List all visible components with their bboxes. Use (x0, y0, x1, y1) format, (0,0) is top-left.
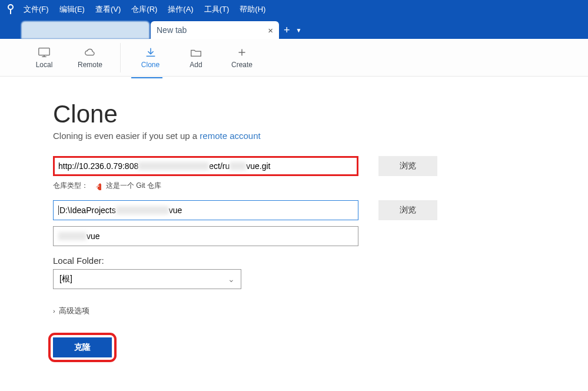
tool-label: Local (36, 61, 53, 69)
svg-rect-2 (39, 48, 49, 55)
tool-remote[interactable]: Remote (67, 43, 113, 72)
folder-icon (190, 47, 202, 58)
clone-button[interactable]: 克隆 (53, 337, 112, 357)
download-icon (144, 47, 157, 58)
destination-path-input[interactable]: D:\IdeaProjectsxxxxxxxxvue (53, 200, 358, 220)
tool-label: Clone (141, 61, 160, 69)
repo-type-row: 仓库类型： 这是一个 Git 仓库 (53, 181, 535, 191)
source-url-input[interactable]: http://10.236.0.79:808xxxxxxxxxxxxect/ru… (53, 156, 358, 176)
tool-label: Remote (78, 61, 102, 69)
toolbar: Local Remote Clone Add Create (0, 39, 588, 77)
tool-create[interactable]: Create (219, 43, 265, 72)
advanced-label: 高级选项 (59, 306, 89, 316)
svg-point-0 (8, 5, 13, 9)
menu-file[interactable]: 文件(F) (24, 4, 49, 15)
menu-help[interactable]: 帮助(H) (240, 4, 265, 15)
tab-active[interactable]: New tab × (151, 21, 279, 39)
titlebar: 文件(F) 编辑(E) 查看(V) 仓库(R) 操作(A) 工具(T) 帮助(H… (0, 0, 588, 19)
tool-clone[interactable]: Clone (120, 43, 173, 72)
clone-button-highlight: 克隆 (53, 337, 112, 357)
cloud-icon (84, 47, 97, 58)
page-subtitle: Cloning is even easier if you set up a r… (53, 131, 535, 141)
git-icon (93, 182, 101, 190)
svg-rect-1 (10, 9, 11, 14)
name-input[interactable]: xxxxvue (53, 226, 358, 246)
menu-view[interactable]: 查看(V) (95, 4, 121, 15)
select-value: [根] (59, 274, 72, 284)
tool-add[interactable]: Add (173, 43, 219, 72)
browse-dest-button[interactable]: 浏览 (378, 200, 437, 220)
content: Clone Cloning is even easier if you set … (0, 77, 588, 381)
advanced-options-toggle[interactable]: › 高级选项 (53, 306, 535, 316)
browse-source-button[interactable]: 浏览 (378, 156, 437, 176)
tab-inactive[interactable] (21, 21, 150, 39)
menu-bar: 文件(F) 编辑(E) 查看(V) 仓库(R) 操作(A) 工具(T) 帮助(H… (24, 4, 265, 15)
page-title: Clone (53, 100, 535, 128)
local-folder-select[interactable]: [根] ⌄ (53, 269, 241, 289)
tab-menu-caret-icon[interactable]: ▼ (296, 27, 302, 34)
plus-icon (235, 47, 248, 58)
repo-type-label: 仓库类型： (53, 181, 88, 191)
repo-type-text: 这是一个 Git 仓库 (106, 181, 161, 191)
new-tab-icon[interactable]: + (284, 24, 290, 37)
monitor-icon (38, 47, 51, 58)
menu-actions[interactable]: 操作(A) (168, 4, 193, 15)
close-icon[interactable]: × (268, 25, 273, 35)
menu-tools[interactable]: 工具(T) (204, 4, 230, 15)
tool-label: Create (231, 61, 253, 69)
chevron-down-icon: ⌄ (228, 274, 235, 284)
menu-repo[interactable]: 仓库(R) (131, 4, 157, 15)
app-logo-icon (5, 4, 16, 15)
menu-edit[interactable]: 编辑(E) (59, 4, 85, 15)
tab-label: New tab (157, 25, 187, 35)
tool-label: Add (190, 61, 202, 69)
tab-actions: + ▼ (279, 21, 306, 39)
chevron-right-icon: › (53, 307, 55, 314)
remote-account-link[interactable]: remote account (200, 131, 260, 141)
local-folder-label: Local Folder: (53, 256, 535, 266)
tool-local[interactable]: Local (21, 43, 67, 72)
tab-bar: New tab × + ▼ (0, 19, 588, 39)
